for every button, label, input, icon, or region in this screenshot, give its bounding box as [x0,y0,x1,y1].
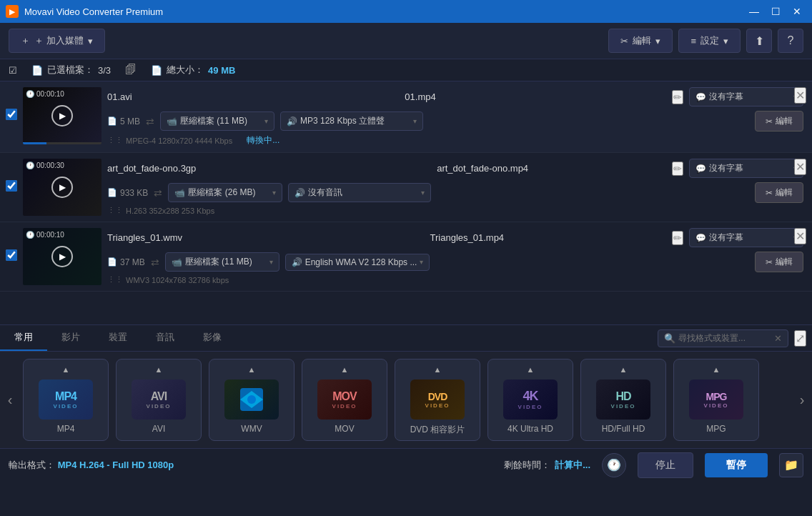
window-controls[interactable]: — ☐ ✕ [745,4,806,19]
expand-format-button[interactable]: ⤢ [794,330,806,347]
file-1-source-name: 01.avi [107,91,132,102]
tab-video[interactable]: 影片 [47,325,94,351]
file-2-subtitle-select[interactable]: 💬 沒有字幕 ▾ [689,159,803,178]
remaining-value: 計算中... [555,459,590,472]
output-format-value: MP4 H.264 - Full HD 1080p [58,460,174,470]
mov-label: MOV [335,424,354,434]
total-label: 總大小： [167,64,204,76]
play-3-button[interactable]: ▶ [51,246,73,267]
format-card-mpg[interactable]: ▲ MPG VIDEO MPG [673,359,759,441]
format-card-avi[interactable]: ▲ AVI VIDEO AVI [116,359,202,441]
format-tabs: 常用 影片 裝置 音訊 影像 🔍 ✕ ⤢ [0,324,812,352]
file-1-time: 🕐00:00:10 [26,90,64,98]
tab-audio[interactable]: 音訊 [142,325,189,351]
timer-button[interactable]: 🕐 [602,453,626,477]
file-2-format-select[interactable]: 📹 壓縮檔案 (26 MB) ▾ [168,183,282,202]
tab-common[interactable]: 常用 [0,325,47,351]
edit-label: 編輯 [633,34,651,47]
select-all-checkbox[interactable]: ☑ [9,65,17,76]
wmv-label: WMV [241,424,262,434]
format-card-hd[interactable]: ▲ HD VIDEO HD/Full HD [580,359,666,441]
file-1-audio-select[interactable]: 🔊 MP3 128 Kbps 立體聲 ▾ [280,111,423,131]
format-next-button[interactable]: › [792,392,812,408]
play-1-button[interactable]: ▶ [51,105,73,126]
file-icon-bar: 📄 [31,65,43,76]
file-2-source-name: art_dot_fade-ono.3gp [107,163,196,174]
chevron-icon9: ▾ [420,258,423,266]
add-media-button[interactable]: ＋ ＋ 加入媒體 ▾ [9,29,105,53]
up-arrow-icon8: ▲ [713,365,721,374]
file-2-thumbnail: 🕐00:00:30 ▶ [23,159,102,216]
file-3-audio-select[interactable]: 🔊 English WMA V2 128 Kbps ... ▾ [285,254,430,271]
file-2-edit-button[interactable]: ✂ 編輯 [755,182,803,203]
close-button[interactable]: ✕ [788,4,806,19]
file-3-edit-name-button[interactable]: ✏ [672,231,683,245]
arrow-icon3: ⇄ [151,257,159,268]
file-3-output-name: Triangles_01.mp4 [430,232,667,243]
mpg-icon: MPG VIDEO [688,378,745,421]
mp4-icon: MP4 VIDEO [37,378,94,421]
pause-button[interactable]: 暫停 [705,453,768,477]
format-search-input[interactable] [678,333,771,343]
file-2-audio-select[interactable]: 🔊 沒有音訊 ▾ [288,183,431,202]
file-3-edit-button[interactable]: ✂ 編輯 [755,252,803,272]
file-2-time: 🕐00:00:30 [26,162,64,169]
format-card-dvd[interactable]: ▲ DVD VIDEO DVD 相容影片 [395,359,480,441]
file-row: ✕ 🕐00:00:10 ▶ Triangles_01.wmv Triangles… [0,222,812,292]
up-arrow-icon7: ▲ [620,365,628,374]
chevron-down-icon2: ▾ [655,36,660,46]
chevron-down-icon: ▾ [88,36,93,46]
close-file-3-button[interactable]: ✕ [794,228,806,244]
copy-button[interactable]: 🗐 [125,64,137,76]
up-arrow-icon5: ▲ [434,365,442,374]
settings-button[interactable]: ≡ 設定 ▾ [678,29,741,53]
chevron-icon6: ▾ [421,189,425,197]
file-1-subtitle-select[interactable]: 💬 沒有字幕 ▾ [689,87,803,106]
folder-button[interactable]: 📁 [779,453,803,477]
file-1-checkbox[interactable] [6,109,17,120]
file-1-format-select[interactable]: 📹 壓縮檔案 (11 MB) ▾ [160,111,274,131]
minimize-button[interactable]: — [745,4,763,19]
search-clear-button[interactable]: ✕ [774,333,782,344]
chevron-icon8: ▾ [269,258,273,266]
file-2-edit-name-button[interactable]: ✏ [672,162,683,176]
file-1-edit-name-button[interactable]: ✏ [672,90,683,104]
video-icon3: 📹 [172,257,182,267]
close-file-1-button[interactable]: ✕ [794,87,806,104]
edit-button[interactable]: ✂ 編輯 ▾ [608,29,673,53]
file-1-codec: ⋮⋮ MPEG-4 1280x720 4444 Kbps [107,136,232,145]
file-1-status: 轉換中... [247,134,279,147]
stop-button[interactable]: 停止 [638,452,693,478]
maximize-button[interactable]: ☐ [766,4,785,19]
output-format-label: 輸出格式： MP4 H.264 - Full HD 1080p [9,459,174,472]
help-button[interactable]: ? [778,29,803,53]
format-card-mov[interactable]: ▲ MOV VIDEO MOV [302,359,387,441]
share-button[interactable]: ⬆ [746,29,772,53]
up-arrow-icon3: ▲ [248,365,256,374]
tab-image[interactable]: 影像 [189,325,236,351]
file-2-checkbox[interactable] [6,180,17,192]
format-grid: ▲ MP4 VIDEO MP4 ▲ AVI VIDEO AVI ▲ [20,359,792,441]
close-file-2-button[interactable]: ✕ [794,159,806,175]
format-card-mp4[interactable]: ▲ MP4 VIDEO MP4 [23,359,109,441]
format-prev-button[interactable]: ‹ [0,392,20,408]
file-3-format-select[interactable]: 📹 壓縮檔案 (11 MB) ▾ [165,252,279,272]
arrow-icon: ⇄ [146,116,154,127]
up-arrow-icon: ▲ [62,365,70,374]
play-2-button[interactable]: ▶ [51,177,73,198]
avi-label: AVI [152,424,165,434]
file-3-checkbox[interactable] [6,249,17,261]
scissors-icon3: ✂ [766,188,773,198]
selected-label: 已選檔案： [47,64,94,76]
file-3-subtitle-select[interactable]: 💬 沒有字幕 ▾ [689,228,803,247]
speaker-icon: 🔊 [287,116,297,126]
file-1-edit-button[interactable]: ✂ 編輯 [755,111,803,132]
file-info-bar: ☑ 📄 已選檔案： 3/3 🗐 📄 總大小： 49 MB [0,59,812,81]
format-card-4k[interactable]: ▲ 4K VIDEO 4K Ultra HD [487,359,573,441]
format-card-wmv[interactable]: ▲ WMV [209,359,294,441]
scissors-icon4: ✂ [766,257,773,267]
file-2-output-name: art_dot_fade-ono.mp4 [437,163,666,174]
dvd-icon: DVD VIDEO [409,378,466,421]
subtitle-icon2: 💬 [695,164,706,174]
tab-device[interactable]: 裝置 [94,325,142,351]
